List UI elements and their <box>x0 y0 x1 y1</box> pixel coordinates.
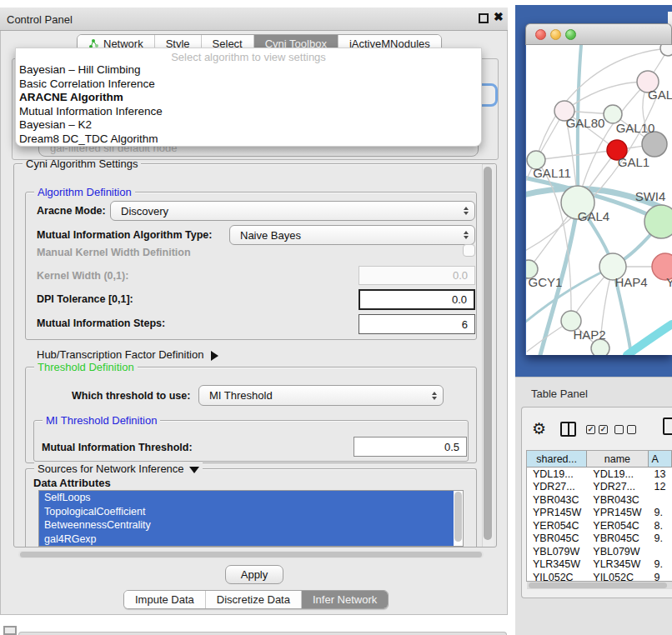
collapsed-arrow-icon <box>211 351 218 361</box>
close-icon[interactable]: ✖ <box>494 10 504 23</box>
minimized-panel-icon[interactable] <box>3 626 17 635</box>
table-cell: YIL052C <box>587 571 648 582</box>
node-label: HAP4 <box>614 275 647 289</box>
close-traffic-light-icon[interactable] <box>535 29 546 40</box>
attribute-item-selected[interactable]: BetweennessCentrality <box>39 518 454 532</box>
manual-kernel-checkbox[interactable] <box>463 244 475 257</box>
spinner-arrows-icon <box>432 392 437 400</box>
gear-icon[interactable]: ⚙ <box>532 419 546 438</box>
mi-steps-field[interactable]: 6 <box>359 314 475 334</box>
table-panel-title: Table Panel <box>531 388 588 400</box>
settings-vscroll-thumb[interactable] <box>484 167 492 540</box>
which-threshold-label: Which threshold to use: <box>72 390 190 402</box>
float-window-icon[interactable] <box>479 13 489 23</box>
aracne-mode-label: Aracne Mode: <box>37 205 106 217</box>
node-swi4[interactable] <box>644 205 672 238</box>
table-cell: 9. <box>649 558 672 572</box>
settings-hscroll-thumb[interactable] <box>20 552 482 558</box>
table-row[interactable]: YBR043CYBR043C <box>527 493 672 507</box>
mi-threshold-field[interactable]: 0.5 <box>354 437 467 457</box>
algorithm-option[interactable]: Dream8 DC_TDC Algorithm <box>16 132 481 147</box>
table-cell: YBL079W <box>527 545 587 558</box>
tab-discretize-data[interactable]: Discretize Data <box>206 591 302 608</box>
sources-legend-text: Sources for Network Inference <box>38 462 184 475</box>
algorithm-option[interactable]: ARACNE Algorithm <box>16 91 481 105</box>
apply-button[interactable]: Apply <box>225 565 283 584</box>
algorithm-option[interactable]: Basic Correlation Inference <box>16 78 481 92</box>
table-row[interactable]: YDL19...YDL19...13 <box>527 468 672 481</box>
select-all-icon[interactable]: ✓✓ <box>586 425 608 434</box>
dpi-tolerance-field[interactable]: 0.0 <box>359 289 475 310</box>
column-header[interactable]: name <box>587 451 648 467</box>
table-cell: 12 <box>649 481 672 494</box>
control-panel-title: Control Panel <box>7 13 73 26</box>
tab-impute-data[interactable]: Impute Data <box>124 591 206 608</box>
node-label: GAL11 <box>533 166 571 180</box>
which-threshold-value: MI Threshold <box>209 389 273 402</box>
algorithm-option[interactable]: Bayesian – K2 <box>16 118 481 132</box>
hub-definition-toggle[interactable]: Hub/Transcription Factor Definition <box>37 348 218 361</box>
columns-icon[interactable] <box>560 422 576 437</box>
deselect-all-icon[interactable] <box>614 425 636 434</box>
aracne-mode-combobox[interactable]: Discovery <box>110 201 475 221</box>
table-row[interactable]: YBR045CYBR045C9. <box>527 532 672 546</box>
which-threshold-combobox[interactable]: MI Threshold <box>198 385 444 406</box>
table-row[interactable]: YLR345WYLR345W9. <box>527 558 672 572</box>
algorithm-dropdown-items: Bayesian – Hill ClimbingBasic Correlatio… <box>16 63 481 147</box>
tab-infer-network[interactable]: Infer Network <box>302 591 388 608</box>
expanded-arrow-icon <box>189 467 199 473</box>
data-attributes-label: Data Attributes <box>33 477 111 489</box>
node-label: HAP2 <box>573 328 605 342</box>
node[interactable] <box>642 132 667 157</box>
table-row[interactable]: YBL079WYBL079W <box>527 545 672 558</box>
attributes-scrollbar-thumb[interactable] <box>454 492 462 542</box>
column-header[interactable]: A <box>649 451 672 467</box>
node-label: GAL <box>648 88 672 102</box>
node-label: GAL80 <box>566 116 605 130</box>
attribute-item-selected[interactable]: SelfLoops <box>39 491 454 505</box>
table-cell: YBR045C <box>527 532 587 546</box>
algorithm-option[interactable]: Mutual Information Inference <box>16 105 481 119</box>
data-attributes-list[interactable]: SelfLoopsTopologicalCoefficientBetweenne… <box>38 490 464 547</box>
table-body: YDL19...YDL19...13YDR27...YDR27...12YBR0… <box>527 468 672 582</box>
table-cell: YDL19... <box>527 468 587 481</box>
spinner-arrows-icon <box>464 207 469 215</box>
table-cell: YBR045C <box>587 532 648 546</box>
table-row[interactable]: YIL052CYIL052C9 <box>527 571 672 582</box>
table-cell <box>649 545 672 558</box>
attribute-item-selected[interactable]: gal4RGexp <box>39 532 454 547</box>
table-hscroll-thumb[interactable] <box>529 582 667 588</box>
algorithm-option[interactable]: Bayesian – Hill Climbing <box>16 63 481 78</box>
attribute-item-selected[interactable]: TopologicalCoefficient <box>39 505 454 519</box>
table-header-row: shared...nameA <box>527 451 672 468</box>
kernel-width-field[interactable]: 0.0 <box>359 266 475 285</box>
table-cell: 9 <box>649 571 672 582</box>
export-table-icon[interactable] <box>663 418 672 435</box>
column-header[interactable]: shared... <box>527 451 587 467</box>
panel-gap <box>508 0 515 635</box>
node-table[interactable]: shared...nameA YDL19...YDL19...13YDR27..… <box>526 450 672 582</box>
minimize-traffic-light-icon[interactable] <box>550 29 561 40</box>
table-cell: YBR043C <box>587 493 648 507</box>
node[interactable] <box>660 45 672 56</box>
table-cell: YER054C <box>527 519 587 532</box>
node-label: SWI4 <box>635 189 666 203</box>
mi-type-combobox[interactable]: Naive Bayes <box>229 225 475 245</box>
table-cell <box>649 493 672 507</box>
kernel-width-label: Kernel Width (0,1): <box>37 270 128 282</box>
table-cell: YBR043C <box>527 493 587 507</box>
network-canvas[interactable]: GALGAL80GAL10GAL1GAL11SWI4GAL4GCY1HAP4YH… <box>526 45 672 355</box>
zoom-traffic-light-icon[interactable] <box>565 29 576 40</box>
network-window-titlebar[interactable] <box>525 23 672 45</box>
table-cell: 9. <box>649 532 672 546</box>
sources-legend[interactable]: Sources for Network Inference <box>34 462 203 475</box>
node-label: GAL10 <box>616 121 655 135</box>
dpi-tolerance-label: DPI Tolerance [0,1]: <box>37 293 133 305</box>
mi-threshold-label: Mutual Information Threshold: <box>42 442 193 453</box>
table-row[interactable]: YER054CYER054C8. <box>527 519 672 532</box>
algorithm-dropdown-popup: Select algorithm to view settings Bayesi… <box>15 48 482 147</box>
table-cell: 13 <box>649 468 672 481</box>
table-row[interactable]: YPR145WYPR145W9. <box>527 507 672 520</box>
mi-type-label: Mutual Information Algorithm Type: <box>37 229 212 241</box>
table-row[interactable]: YDR27...YDR27...12 <box>527 481 672 494</box>
